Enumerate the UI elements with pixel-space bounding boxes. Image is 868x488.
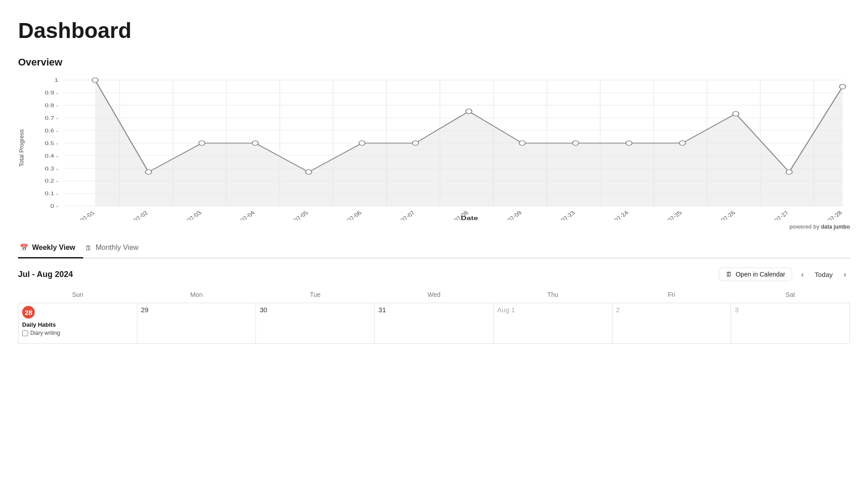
day-number-29: 29	[141, 306, 149, 314]
calendar-icon: 🗓	[726, 271, 732, 278]
svg-text:Date: Date	[461, 215, 478, 220]
svg-text:0.2 -: 0.2 -	[45, 178, 58, 184]
svg-text:2024-07-04: 2024-07-04	[226, 210, 256, 220]
calendar-grid: Sun Mon Tue Wed Thu Fri Sat 28 Daily Hab…	[18, 288, 850, 344]
chart-area: Total Progress	[18, 75, 850, 220]
habit-group-title: Daily Habits	[22, 321, 133, 328]
col-wed: Wed	[375, 288, 494, 303]
svg-text:0.6 -: 0.6 -	[45, 128, 58, 134]
calendar-day-aug3[interactable]: 3	[731, 303, 850, 344]
calendar-nav: 🗓 Open in Calendar ‹ Today ›	[719, 267, 850, 281]
svg-point-39	[199, 141, 205, 145]
page-title: Dashboard	[18, 18, 850, 43]
svg-point-45	[519, 141, 525, 145]
calendar-header: Jul - Aug 2024 🗓 Open in Calendar ‹ Toda…	[18, 267, 850, 281]
calendar-day-aug1[interactable]: Aug 1	[493, 303, 612, 344]
col-sun: Sun	[19, 288, 137, 303]
svg-point-47	[626, 141, 632, 145]
line-chart: 1 0.9 - 0.8 - 0.7 - 0.6 - 0.5 - 0.4 - 0.…	[28, 75, 850, 220]
svg-text:2024-07-23: 2024-07-23	[547, 210, 577, 220]
calendar-week-row: 28 Daily Habits Diary writing 29 30 31	[19, 303, 850, 344]
svg-point-44	[466, 109, 472, 113]
today-button[interactable]: Today	[813, 270, 835, 279]
day-number-31: 31	[378, 306, 386, 314]
calendar-day-31[interactable]: 31	[375, 303, 494, 344]
svg-text:2024-07-01: 2024-07-01	[66, 210, 96, 220]
col-tue: Tue	[256, 288, 375, 303]
svg-point-41	[306, 170, 312, 174]
svg-point-49	[733, 111, 739, 116]
day-number-aug3: 3	[735, 306, 738, 314]
svg-text:2024-07-07: 2024-07-07	[387, 210, 416, 220]
svg-text:0.7 -: 0.7 -	[45, 115, 58, 121]
svg-text:2024-07-28: 2024-07-28	[814, 210, 844, 220]
calendar-day-28[interactable]: 28 Daily Habits Diary writing	[19, 303, 137, 344]
overview-title: Overview	[18, 56, 850, 68]
calendar-month-label: Jul - Aug 2024	[18, 270, 73, 279]
overview-section: Overview Total Progress	[18, 56, 850, 230]
tab-weekly-label: Weekly View	[32, 244, 75, 252]
svg-point-48	[679, 141, 686, 145]
next-week-button[interactable]: ›	[840, 269, 850, 280]
day-content-28: Daily Habits Diary writing	[22, 320, 133, 336]
svg-text:0.9 -: 0.9 -	[45, 90, 58, 96]
svg-text:2024-07-25: 2024-07-25	[654, 210, 684, 220]
diary-writing-checkbox[interactable]	[22, 330, 28, 336]
svg-point-50	[786, 170, 793, 174]
svg-point-46	[572, 141, 579, 145]
svg-text:2024-07-27: 2024-07-27	[760, 210, 790, 220]
svg-point-51	[840, 84, 846, 89]
tab-weekly[interactable]: 📅 Weekly View	[18, 239, 83, 258]
open-calendar-label: Open in Calendar	[736, 271, 785, 278]
day-number-28: 28	[22, 306, 35, 319]
svg-text:2024-07-26: 2024-07-26	[707, 210, 737, 220]
svg-text:0.5 -: 0.5 -	[45, 141, 58, 146]
tabs-row: 📅 Weekly View 🗓 Monthly View	[18, 239, 850, 258]
svg-text:2024-07-24: 2024-07-24	[600, 210, 630, 220]
svg-text:2024-07-05: 2024-07-05	[280, 210, 310, 220]
calendar-day-29[interactable]: 29	[137, 303, 256, 344]
svg-text:0 -: 0 -	[50, 203, 58, 209]
svg-text:0.8 -: 0.8 -	[45, 103, 58, 108]
svg-text:2024-07-02: 2024-07-02	[120, 210, 150, 220]
calendar-month-icon: 🗓	[85, 244, 92, 252]
svg-text:0.1 -: 0.1 -	[45, 191, 58, 197]
col-thu: Thu	[493, 288, 612, 303]
svg-text:2024-07-03: 2024-07-03	[173, 210, 203, 220]
svg-point-43	[412, 141, 419, 145]
tab-monthly-label: Monthly View	[95, 244, 138, 252]
powered-by: powered by data jumbo	[18, 224, 850, 230]
habit-item-diary: Diary writing	[22, 330, 133, 336]
col-sat: Sat	[731, 288, 850, 303]
svg-text:0.4 -: 0.4 -	[45, 153, 58, 159]
open-calendar-button[interactable]: 🗓 Open in Calendar	[719, 267, 792, 281]
day-number-aug2: 2	[616, 306, 620, 314]
svg-point-40	[252, 141, 259, 145]
y-axis-label: Total Progress	[18, 75, 25, 220]
chart-inner: 1 0.9 - 0.8 - 0.7 - 0.6 - 0.5 - 0.4 - 0.…	[28, 75, 850, 220]
svg-text:2024-07-09: 2024-07-09	[494, 210, 524, 220]
svg-point-38	[146, 170, 152, 174]
svg-point-37	[92, 78, 99, 82]
tab-monthly[interactable]: 🗓 Monthly View	[83, 239, 146, 258]
calendar-day-aug2[interactable]: 2	[612, 303, 731, 344]
day-number-aug1: Aug 1	[497, 306, 515, 314]
diary-writing-label: Diary writing	[30, 330, 60, 336]
svg-point-42	[359, 141, 365, 145]
col-fri: Fri	[612, 288, 731, 303]
calendar-day-30[interactable]: 30	[256, 303, 375, 344]
svg-text:0.3 -: 0.3 -	[45, 165, 58, 171]
calendar-week-icon: 📅	[20, 244, 28, 252]
svg-text:2024-07-06: 2024-07-06	[333, 210, 363, 220]
day-number-30: 30	[259, 306, 267, 314]
svg-text:1: 1	[55, 77, 58, 83]
prev-week-button[interactable]: ‹	[797, 269, 807, 280]
col-mon: Mon	[137, 288, 256, 303]
